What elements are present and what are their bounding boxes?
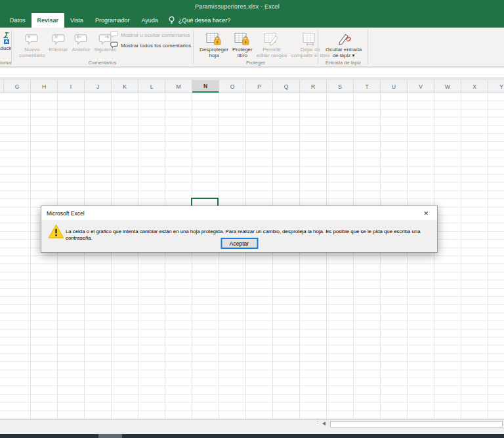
comment-toggle-icon <box>110 31 118 39</box>
pen-icon <box>335 30 352 46</box>
window-title: Paramissuperiores.xlsx - Excel <box>195 3 280 10</box>
column-header-l[interactable]: L <box>138 80 165 93</box>
column-header-m[interactable]: M <box>165 80 192 93</box>
comment-nuevo-button[interactable]: Nuevocomentario <box>17 29 47 58</box>
ribbon-tabs: DatosRevisarVistaProgramadorAyuda¿Qué de… <box>0 13 504 28</box>
comment-eliminar-button[interactable]: Eliminar <box>47 29 70 58</box>
translate-button[interactable]: aducir <box>0 28 11 57</box>
pen-ocultar-entrada-button[interactable]: Ocultar entradade lápiz ▾ <box>324 29 364 58</box>
tab-datos[interactable]: Datos <box>4 13 32 28</box>
taskbar-edge <box>0 434 504 438</box>
comment-prev-icon <box>74 30 88 46</box>
comment-all-icon <box>110 41 118 50</box>
sheet-edit-icon <box>264 30 280 46</box>
column-header-k[interactable]: K <box>112 80 138 93</box>
tab-splitter-handle[interactable]: ⋮ <box>315 420 320 423</box>
tab-revisar[interactable]: Revisar <box>32 13 65 28</box>
column-header-n[interactable]: N <box>192 80 219 93</box>
column-header-x[interactable]: X <box>461 80 488 93</box>
dialog-title: Microsoft Excel <box>47 210 85 217</box>
comment-anterior-button[interactable]: Anterior <box>70 29 92 58</box>
toggle-mostrar-u-ocultar-comentarios[interactable]: Mostrar u ocultar comentarios <box>110 31 191 39</box>
group-label-idioma: ioma <box>0 60 11 66</box>
column-header-r[interactable]: R <box>300 80 327 93</box>
comment-new-icon <box>25 30 39 46</box>
protect-desproteger-button[interactable]: Desprotegerhoja <box>198 29 230 58</box>
scrollbar-thumb[interactable] <box>330 421 503 427</box>
dialog-body: La celda o el gráfico que intenta cambia… <box>41 220 437 252</box>
column-header-v[interactable]: V <box>408 80 434 93</box>
translate-label: aducir <box>0 45 12 57</box>
dialog-title-bar: Microsoft Excel ✕ <box>41 206 437 220</box>
column-headers: GHIJKLMNOPQRSTUVWXY <box>0 80 504 93</box>
comment-toggle-buttons: Mostrar u ocultar comentariosMostrar tod… <box>110 31 191 50</box>
column-header-q[interactable]: Q <box>273 80 300 93</box>
tab-vista[interactable]: Vista <box>64 13 89 28</box>
comment-buttons: NuevocomentarioEliminarAnteriorSiguiente <box>17 29 118 58</box>
spreadsheet-grid[interactable] <box>0 93 504 419</box>
scroll-left-icon[interactable] <box>322 422 326 426</box>
protect-buttons: DesprotegerhojaProtegerlibroPermitiredit… <box>198 29 332 58</box>
book-share-icon <box>303 30 318 46</box>
column-header-u[interactable]: U <box>381 80 408 93</box>
column-header-w[interactable]: W <box>434 80 461 93</box>
formula-bar-strip <box>0 67 504 80</box>
protect-permitir-button[interactable]: Permitireditar rangos <box>255 29 289 58</box>
status-bar <box>0 428 504 434</box>
accept-button[interactable]: Aceptar <box>220 238 258 249</box>
group-label-entrada-lapiz: Entrada de lápiz <box>318 60 368 66</box>
ribbon-group-proteger: DesprotegerhojaProtegerlibroPermitiredit… <box>194 28 318 67</box>
title-bar: Paramissuperiores.xlsx - Excel <box>0 0 504 13</box>
book-lock-icon <box>234 30 250 46</box>
column-header-p[interactable]: P <box>246 80 273 93</box>
ribbon-group-entrada-lapiz: Ocultar entradade lápiz ▾ Entrada de láp… <box>318 28 368 67</box>
column-header-i[interactable]: I <box>58 80 85 93</box>
group-label-proteger: Proteger <box>194 60 318 66</box>
tell-me-box[interactable]: ¿Qué desea hacer? <box>164 13 235 28</box>
excel-window: Paramissuperiores.xlsx - Excel DatosRevi… <box>0 0 504 438</box>
tell-me-label: ¿Qué desea hacer? <box>178 17 231 24</box>
group-separator <box>368 30 368 64</box>
ribbon-group-comentarios: NuevocomentarioEliminarAnteriorSiguiente… <box>12 28 193 67</box>
tab-ayuda[interactable]: Ayuda <box>135 13 163 28</box>
column-header-h[interactable]: H <box>31 80 58 93</box>
formula-bar[interactable] <box>0 68 504 78</box>
comment-delete-icon <box>52 30 66 46</box>
taskbar-segment <box>98 434 122 438</box>
protect-proteger-button[interactable]: Protegerlibro <box>230 29 255 58</box>
group-label-comentarios: Comentarios <box>12 60 193 66</box>
pen-buttons: Ocultar entradade lápiz ▾ <box>324 29 364 58</box>
warning-icon <box>48 224 64 242</box>
column-header-t[interactable]: T <box>354 80 381 93</box>
column-header-g[interactable]: G <box>4 80 31 93</box>
lightbulb-icon <box>168 16 175 25</box>
horizontal-scrollbar: ⋮ <box>0 419 504 428</box>
protected-sheet-dialog: Microsoft Excel ✕ La celda o el gráfico … <box>41 206 438 253</box>
ribbon-group-idioma: aducir ioma <box>0 28 11 67</box>
column-header-y[interactable]: Y <box>488 80 504 93</box>
sheet-lock-icon <box>206 30 222 46</box>
tab-programador[interactable]: Programador <box>89 13 136 28</box>
column-header-j[interactable]: J <box>85 80 112 93</box>
toggle-mostrar-todos-los-comentarios[interactable]: Mostrar todos los comentarios <box>110 41 191 50</box>
column-header-s[interactable]: S <box>327 80 354 93</box>
ribbon: aducir ioma NuevocomentarioEliminarAnter… <box>0 28 504 67</box>
translate-icon <box>0 29 10 45</box>
column-header-o[interactable]: O <box>219 80 246 93</box>
dialog-close-icon[interactable]: ✕ <box>420 209 432 217</box>
